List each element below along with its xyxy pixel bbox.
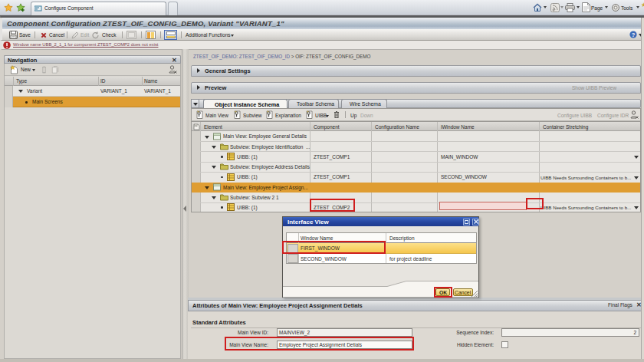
svg-text:?: ? bbox=[632, 31, 636, 38]
